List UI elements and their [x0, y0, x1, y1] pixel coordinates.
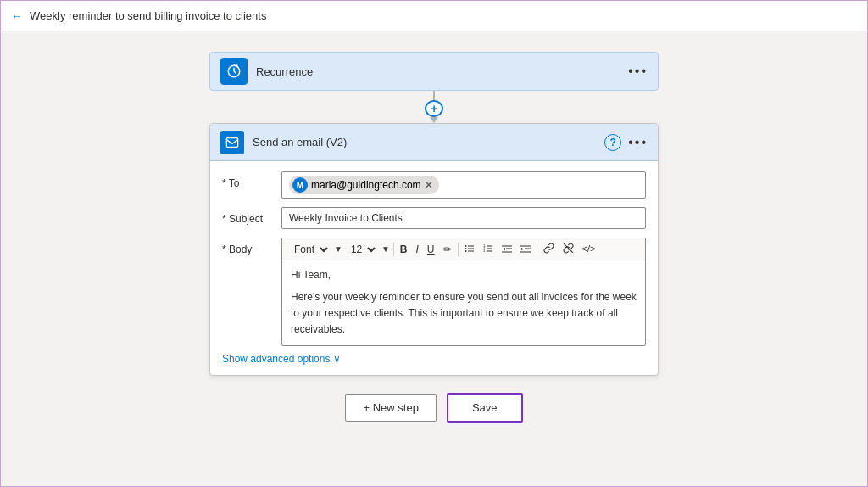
top-bar: ← Weekly reminder to send billing invoic…	[1, 1, 867, 31]
svg-rect-20	[525, 248, 531, 249]
header-icons: ? •••	[604, 134, 648, 151]
show-advanced-options[interactable]: Show advanced options ∨	[222, 353, 646, 365]
svg-rect-11	[487, 248, 492, 249]
subject-label: * Subject	[222, 207, 281, 225]
page-title: Weekly reminder to send billing invoice …	[30, 9, 266, 22]
body-field-row: * Body Font ▼ 12 ▼ B I U	[222, 238, 646, 346]
svg-marker-15	[503, 248, 505, 250]
chevron-down-icon: ▼	[334, 244, 342, 254]
body-editor[interactable]: Font ▼ 12 ▼ B I U ✏	[281, 238, 646, 346]
svg-rect-14	[502, 245, 512, 246]
recurrence-icon	[220, 58, 248, 85]
remove-email-button[interactable]: ✕	[425, 180, 432, 191]
svg-marker-19	[521, 248, 524, 250]
body-content: Here's your weekly reminder to ensure yo…	[291, 289, 637, 339]
svg-rect-18	[520, 245, 531, 246]
connector-line-top	[433, 91, 435, 100]
email-address: maria@guidingtech.com	[311, 179, 421, 191]
back-button[interactable]: ←	[11, 9, 23, 23]
svg-rect-13	[487, 250, 492, 251]
recurrence-block[interactable]: Recurrence •••	[209, 52, 659, 91]
recurrence-label: Recurrence	[256, 65, 620, 78]
to-label: * To	[222, 171, 281, 189]
email-body: * To M maria@guidingtech.com ✕ * Subject…	[210, 161, 658, 375]
svg-rect-21	[520, 251, 531, 252]
link-button[interactable]	[541, 242, 557, 256]
email-tag: M maria@guidingtech.com ✕	[289, 176, 439, 194]
toolbar-separator-2	[458, 243, 459, 256]
canvas: Recurrence ••• + Send an email (V2) ? ••…	[1, 31, 867, 487]
avatar: M	[292, 177, 308, 193]
new-step-button[interactable]: + New step	[345, 394, 436, 422]
email-more-button[interactable]: •••	[628, 135, 648, 150]
unlink-button[interactable]	[560, 242, 576, 256]
connector: +	[425, 91, 443, 123]
subject-field-row: * Subject	[222, 207, 646, 229]
svg-rect-16	[506, 248, 512, 249]
svg-rect-7	[468, 250, 474, 251]
richtext-toolbar: Font ▼ 12 ▼ B I U ✏	[282, 238, 645, 260]
subject-input[interactable]	[281, 207, 646, 229]
svg-point-4	[465, 248, 466, 249]
chevron-down-icon: ∨	[333, 353, 341, 365]
code-button[interactable]: </>	[580, 244, 598, 255]
email-card: Send an email (V2) ? ••• * To M maria@gu…	[209, 123, 659, 376]
connector-arrow	[430, 117, 438, 123]
email-icon	[220, 131, 244, 154]
italic-button[interactable]: I	[413, 244, 420, 255]
pencil-button[interactable]: ✏	[441, 244, 454, 255]
font-size-chevron-icon: ▼	[381, 244, 390, 254]
to-field-row: * To M maria@guidingtech.com ✕	[222, 171, 646, 199]
outdent-button[interactable]	[499, 243, 515, 256]
add-step-button[interactable]: +	[425, 100, 443, 117]
body-greeting: Hi Team,	[291, 267, 637, 283]
bullet-list-button[interactable]	[462, 243, 477, 256]
svg-rect-1	[226, 137, 237, 147]
to-input[interactable]: M maria@guidingtech.com ✕	[281, 171, 646, 199]
help-button[interactable]: ?	[604, 134, 621, 151]
email-card-title: Send an email (V2)	[253, 136, 596, 148]
bold-button[interactable]: B	[398, 244, 410, 255]
svg-text:3.: 3.	[483, 249, 486, 253]
numbered-list-button[interactable]: 1.2.3.	[481, 243, 496, 256]
svg-rect-9	[487, 245, 492, 246]
email-card-header: Send an email (V2) ? •••	[210, 124, 658, 161]
underline-button[interactable]: U	[425, 244, 437, 255]
indent-button[interactable]	[518, 243, 533, 256]
recurrence-more-button[interactable]: •••	[628, 64, 648, 79]
svg-rect-17	[502, 251, 512, 252]
body-label: * Body	[222, 238, 281, 255]
svg-point-6	[465, 250, 466, 252]
svg-rect-3	[468, 245, 474, 246]
bottom-actions: + New step Save	[345, 393, 522, 423]
save-button[interactable]: Save	[447, 393, 523, 423]
font-selector[interactable]: Font	[289, 243, 331, 256]
toolbar-separator-1	[393, 243, 394, 256]
advanced-options-label: Show advanced options	[222, 353, 330, 365]
font-size-selector[interactable]: 12	[346, 243, 378, 256]
svg-rect-5	[468, 248, 474, 249]
richtext-content[interactable]: Hi Team, Here's your weekly reminder to …	[282, 260, 645, 345]
svg-point-2	[465, 245, 466, 247]
toolbar-separator-3	[537, 243, 537, 256]
